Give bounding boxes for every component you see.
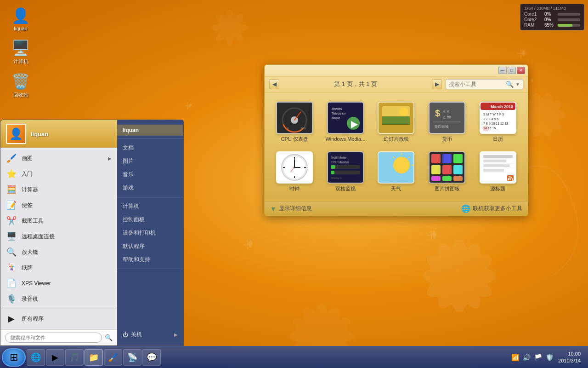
tray-icon-network[interactable]: 📶 — [510, 353, 520, 362]
taskbar-app-paint[interactable]: 🖌️ — [104, 349, 122, 366]
computer-label: 计算机 — [13, 58, 28, 65]
cpu-gauge-thumb: 0 100 — [276, 102, 313, 134]
shutdown-row[interactable]: ⏻ 关机 ▶ — [117, 328, 183, 341]
magnifier-icon: 🔍 — [6, 247, 17, 258]
paint-taskbar-icon: 🖌️ — [108, 352, 118, 362]
gadget-item-cpu[interactable]: 0 100 CPU 仪表盘 — [271, 99, 318, 144]
recorder-label: 录音机 — [22, 295, 38, 303]
start-apps-list: 🖌️ 画图 ▶ ⭐ 入门 🧮 计算器 📝 便签 ✂️ — [0, 148, 117, 329]
start-right-help[interactable]: 帮助和支持 — [117, 253, 183, 266]
currency-name: 货币 — [442, 136, 452, 142]
gadget-item-dualcore[interactable]: Multi Meter CPU Monitor SPella © 双核监视 — [322, 149, 369, 194]
svg-point-18 — [213, 11, 247, 45]
start-search-button[interactable]: 🔍 — [105, 334, 113, 341]
sticky-notes-label: 便签 — [22, 201, 33, 209]
shutdown-arrow-icon[interactable]: ▶ — [174, 332, 178, 337]
computer-icon: 🖥️ — [11, 39, 30, 57]
tray-icon-flag[interactable]: 🏳️ — [533, 353, 543, 362]
start-app-recorder[interactable]: 🎙️ 录音机 — [0, 291, 117, 307]
wmp-icon: 🎵 — [69, 352, 79, 362]
start-app-magnifier[interactable]: 🔍 放大镜 — [0, 244, 117, 260]
gadget-search-icon[interactable]: 🔍 — [506, 80, 514, 88]
start-user-name: liquan — [31, 131, 48, 138]
start-right-defaults[interactable]: 默认程序 — [117, 240, 183, 253]
recycle-bin-icon: 🗑️ — [11, 72, 30, 91]
gadget-item-feed[interactable]: 源标题 — [475, 149, 521, 194]
start-app-rdp[interactable]: 🖥️ 远程桌面连接 — [0, 229, 117, 244]
system-monitor-widget: 1x64 / 330MB / 511MB Core1 0% Core2 0% R… — [520, 4, 584, 30]
gadget-restore-btn[interactable]: □ — [508, 67, 516, 74]
start-right-games[interactable]: 游戏 — [117, 182, 183, 194]
taskbar-app-mediaplayer[interactable]: ▶ — [46, 349, 64, 366]
svg-rect-94 — [331, 171, 334, 174]
desktop-icons-area: 👤 liquan 🖥️ 计算机 🗑️ 回收站 — [5, 5, 37, 100]
gadget-close-btn[interactable]: ✕ — [517, 67, 525, 74]
svg-rect-76 — [483, 126, 488, 131]
taskbar-app-connect[interactable]: 📡 — [123, 349, 141, 366]
start-right-computer[interactable]: 计算机 — [117, 200, 183, 213]
taskbar-app-explorer[interactable]: 📁 — [85, 349, 103, 366]
gadget-item-weather[interactable]: 天气 — [373, 149, 419, 194]
core1-row: Core1 0% — [524, 12, 580, 17]
tray-icon-security[interactable]: 🛡️ — [545, 353, 554, 362]
gadget-item-slideshow[interactable]: 幻灯片放映 — [373, 99, 419, 144]
start-app-sticky[interactable]: 📝 便签 — [0, 197, 117, 213]
svg-rect-120 — [483, 164, 510, 167]
paint-arrow: ▶ — [108, 156, 112, 161]
desktop-icon-computer[interactable]: 🖥️ 计算机 — [5, 37, 37, 67]
gadget-search-input[interactable] — [449, 81, 504, 87]
svg-point-3 — [448, 239, 471, 313]
recycle-bin-label: 回收站 — [13, 92, 28, 98]
gadget-search-dropdown[interactable]: ▼ — [515, 82, 520, 87]
start-right-docs[interactable]: 文档 — [117, 142, 183, 154]
gadget-item-photo[interactable]: 图片拼图板 — [424, 149, 470, 194]
gadget-item-clock[interactable]: 时钟 — [271, 149, 318, 194]
core2-label: Core2 — [524, 17, 543, 22]
start-divider — [0, 309, 117, 309]
start-right-control-panel[interactable]: 控制面板 — [117, 213, 183, 226]
system-clock[interactable]: 10:00 2010/3/14 — [556, 351, 582, 364]
start-right-pictures[interactable]: 图片 — [117, 155, 183, 167]
taskbar-app-im[interactable]: 💬 — [142, 349, 161, 366]
prev-page-btn[interactable]: ◀ — [269, 79, 279, 89]
taskbar-app-wmp[interactable]: 🎵 — [65, 349, 84, 366]
desktop-icon-recycle[interactable]: 🗑️ 回收站 — [5, 70, 37, 100]
taskbar-app-ie[interactable]: 🌐 — [27, 349, 45, 366]
gadget-titlebar: — □ ✕ — [265, 65, 528, 76]
start-right-music[interactable]: 音乐 — [117, 168, 183, 181]
show-details-btn[interactable]: ▼ 显示详细信息 — [270, 205, 312, 213]
user-folder-icon: 👤 — [11, 6, 30, 25]
tray-icon-volume[interactable]: 🔊 — [522, 353, 531, 362]
get-more-gadgets-btn[interactable]: 🌐 联机获取更多小工具 — [461, 204, 522, 213]
start-app-paint[interactable]: 🖌️ 画图 ▶ — [0, 150, 117, 166]
start-app-calculator[interactable]: 🧮 计算器 — [0, 182, 117, 197]
next-page-btn[interactable]: ▶ — [432, 79, 442, 89]
svg-rect-42 — [517, 53, 525, 54]
svg-rect-92 — [331, 165, 335, 169]
gadget-item-calendar[interactable]: March 2010 S M T W T F S 1 2 3 4 5 6 7 8… — [475, 99, 521, 144]
svg-rect-111 — [453, 176, 463, 181]
photo-thumb — [429, 151, 465, 184]
core1-bar-bg — [558, 13, 580, 16]
gadget-item-currency[interactable]: $ € ¥ £ ₩ 货币转换 货币 — [424, 99, 470, 144]
svg-rect-37 — [187, 102, 188, 109]
svg-point-0 — [423, 264, 496, 288]
clock-name: 时钟 — [289, 186, 300, 192]
start-app-xps[interactable]: 📄 XPS Viewer — [0, 276, 117, 291]
gadget-minimize-btn[interactable]: — — [498, 67, 507, 74]
start-right-username[interactable]: liquan — [117, 125, 183, 136]
start-all-programs[interactable]: ▶ 所有程序 — [0, 311, 117, 327]
core2-pct: 0% — [544, 17, 556, 22]
start-app-notepad[interactable]: 🃏 纸牌 — [0, 260, 117, 276]
start-search-input[interactable] — [5, 333, 102, 343]
calendar-name: 日历 — [493, 136, 503, 142]
start-button[interactable]: ⊞ — [2, 348, 26, 367]
start-app-snipping[interactable]: ✂️ 截图工具 — [0, 213, 117, 229]
start-app-getting-started[interactable]: ⭐ 入门 — [0, 166, 117, 182]
svg-text:货币转换: 货币转换 — [434, 125, 449, 129]
desktop-icon-user[interactable]: 👤 liquan — [5, 5, 37, 33]
svg-text:100: 100 — [301, 127, 306, 130]
start-right-devices[interactable]: 设备和打印机 — [117, 227, 183, 239]
gadget-footer: ▼ 显示详细信息 🌐 联机获取更多小工具 — [265, 201, 528, 216]
gadget-item-wmc[interactable]: Movies Television Music Windows Media... — [322, 99, 369, 144]
